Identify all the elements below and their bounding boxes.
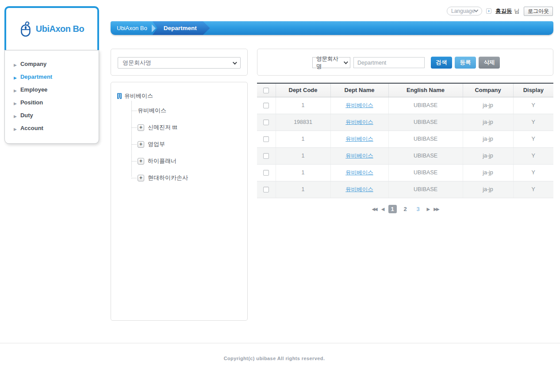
sidebar: UbiAxon Bo Company Department Employee P… [4,6,99,144]
dept-name-link[interactable]: 유비베이스 [345,119,373,125]
row-checkbox[interactable] [263,103,269,108]
chevron-right-icon [152,24,156,32]
search-field-select[interactable]: 영문회사명 [312,57,350,68]
tree-item-label: 하이플래너 [148,157,176,165]
row-checkbox[interactable] [263,187,269,192]
column-header: Display [513,83,553,97]
sidebar-item-employee[interactable]: Employee [5,83,99,96]
dept-code-cell: 1 [276,164,330,181]
register-button[interactable]: 등록 [455,57,476,69]
company-select[interactable]: 영문회사명 [118,57,241,69]
page-number[interactable]: 2 [401,205,410,213]
row-checkbox[interactable] [263,153,269,159]
column-header: English Name [388,83,463,97]
breadcrumb-current-label: Department [164,25,197,31]
sidebar-item-duty[interactable]: Duty [5,109,99,122]
search-row: 영문회사명 검색 등록 삭제 [312,57,502,69]
dept-name-link[interactable]: 유비베이스 [345,102,373,108]
tree-item[interactable]: 유비베이스 [131,102,247,119]
company-cell: ja-jp [463,97,513,114]
logo-text: UbiAxon Bo [36,24,84,34]
tree-item[interactable]: + 신메진저 ttt [131,119,247,136]
chevron-down-icon [344,60,348,64]
company-select-value: 영문회사명 [123,59,151,67]
display-cell: Y [513,114,553,131]
page-number-current[interactable]: 1 [388,205,397,213]
breadcrumb-current-tab[interactable]: Department [153,21,210,35]
row-checkbox[interactable] [263,170,269,176]
table-row: 1 유비베이스 UBIBASE ja-jp Y [257,97,553,114]
english-name-cell: UBIBASE [388,97,463,114]
table-row: 1 유비베이스 UBIBASE ja-jp Y [257,147,553,164]
english-name-cell: UBIBASE [388,114,463,131]
sidebar-item-label: Company [20,61,46,67]
display-cell: Y [513,97,553,114]
select-all-checkbox[interactable] [263,88,269,93]
triangle-icon [14,73,17,81]
tree-children: 유비베이스 + 신메진저 ttt + 영업부 + 하이플래너 + 현대하이카손사 [131,102,247,186]
pagination: ◀◀ ◀ 1 2 3 ▶ ▶▶ [257,205,553,213]
breadcrumb-root[interactable]: UbiAxon Bo [111,25,152,31]
mouse-logo-icon [19,21,33,37]
logout-button[interactable]: 로그아웃 [524,7,553,16]
sidebar-item-label: Position [20,99,43,106]
company-cell: ja-jp [463,147,513,164]
column-header: Dept Code [276,83,330,97]
logo: UbiAxon Bo [4,6,99,50]
tree-item-label: 유비베이스 [138,107,166,115]
search-field-select-value: 영문회사명 [316,55,344,70]
triangle-icon [14,99,17,107]
chevron-down-icon [233,60,237,65]
expand-icon[interactable]: + [138,158,144,165]
triangle-icon [14,111,17,119]
english-name-cell: UBIBASE [388,131,463,147]
tree-item-label: 현대하이카손사 [148,174,188,182]
display-cell: Y [513,181,553,198]
dept-name-link[interactable]: 유비베이스 [345,186,373,192]
search-button[interactable]: 검색 [431,57,452,69]
dept-name-link[interactable]: 유비베이스 [345,153,373,159]
sidebar-item-account[interactable]: Account [5,122,99,135]
last-page-icon[interactable]: ▶▶ [433,207,438,211]
delete-button[interactable]: 삭제 [479,57,500,69]
display-cell: Y [513,131,553,147]
language-select[interactable]: Language [447,7,482,15]
tree-item[interactable]: + 영업부 [131,136,247,153]
sidebar-item-department[interactable]: Department [5,70,99,83]
row-checkbox[interactable] [263,119,269,125]
expand-icon[interactable]: + [138,124,144,131]
sidebar-item-company[interactable]: Company [5,58,99,70]
next-page-icon[interactable]: ▶ [427,207,430,211]
dept-code-cell: 1 [276,97,330,114]
top-utility-bar: Language › 홍길동 님 로그아웃 [447,6,553,16]
dept-code-cell: 1 [276,147,330,164]
dept-name-link[interactable]: 유비베이스 [345,136,373,142]
first-page-icon[interactable]: ◀◀ [372,207,376,211]
copyright-text: Copyright(c) ubibase All rights reserved… [0,356,548,361]
tree-root-node[interactable]: 유비베이스 [117,92,247,100]
page-number[interactable]: 3 [414,205,422,213]
english-name-cell: UBIBASE [388,181,463,198]
column-header: Dept Name [330,83,388,97]
department-table: Dept Code Dept Name English Name Company… [257,83,553,198]
sidebar-menu: Company Department Employee Position Dut… [4,50,99,144]
user-name-link[interactable]: 홍길동 [495,8,512,15]
tree-root-label: 유비베이스 [124,92,153,100]
dept-name-link[interactable]: 유비베이스 [345,169,373,176]
display-cell: Y [513,164,553,181]
tree-item[interactable]: + 현대하이카손사 [131,169,247,186]
row-checkbox[interactable] [263,136,269,142]
tree-item[interactable]: + 하이플래너 [131,153,247,169]
dept-code-cell: 1 [276,131,330,147]
keyword-input[interactable] [353,57,425,68]
expand-icon[interactable]: + [138,175,144,181]
expand-icon[interactable]: + [138,141,144,148]
user-indicator-icon: › [486,8,491,14]
column-header: Company [463,83,513,97]
tree-item-label: 신메진저 ttt [148,123,177,131]
user-suffix-label: 님 [514,8,520,15]
breadcrumb: UbiAxon Bo Department [111,21,553,35]
sidebar-item-label: Account [20,125,43,131]
sidebar-item-position[interactable]: Position [5,96,99,109]
prev-page-icon[interactable]: ◀ [381,207,384,211]
